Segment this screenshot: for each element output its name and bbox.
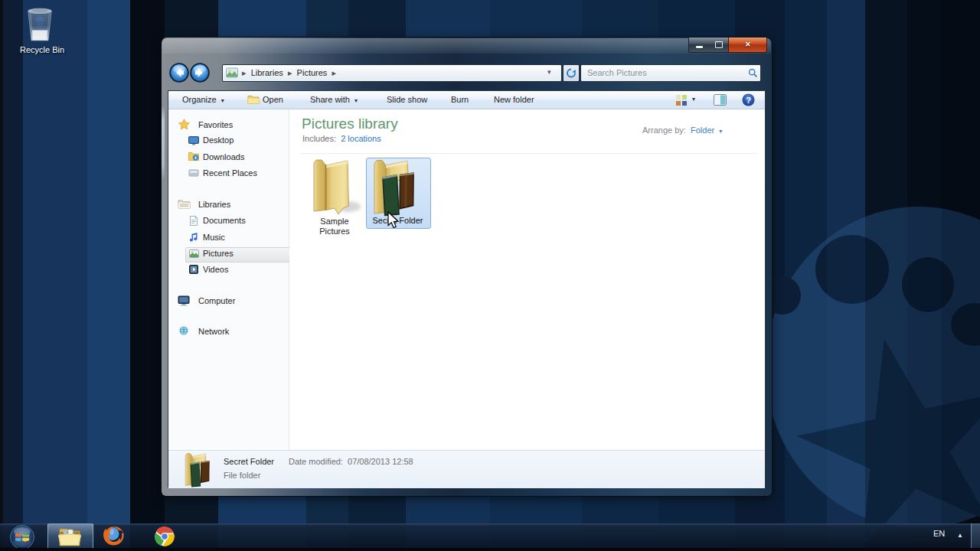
- svg-text:?: ?: [746, 96, 751, 105]
